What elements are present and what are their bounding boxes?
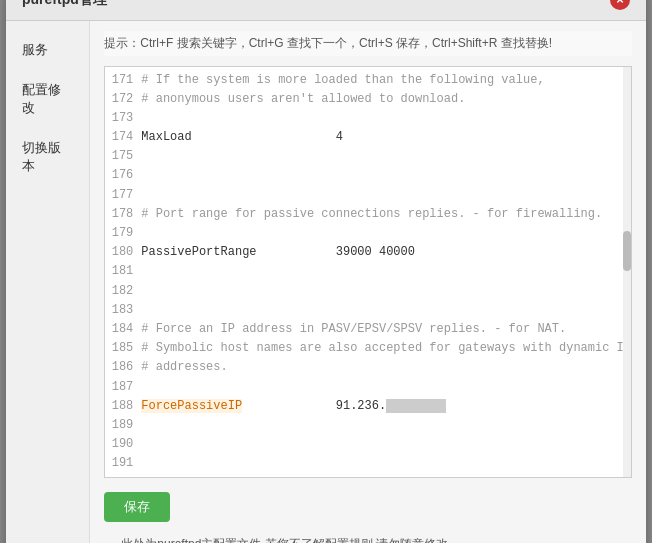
redacted-value [386,399,446,413]
line-content: # Symbolic host names are also accepted … [141,339,631,358]
comment-text: # If the system is more loaded than the … [141,73,544,87]
comment-text: # Port range for passive connections rep… [141,207,602,221]
line-number: 173 [105,109,141,128]
line-content: # addresses. [141,358,623,377]
line-content: PassivePortRange 39000 40000 [141,243,623,262]
line-content: # If the system is more loaded than the … [141,71,623,90]
config-value: 91.236. [242,399,386,413]
line-content: # Port range for passive connections rep… [141,205,623,224]
line-number: 184 [105,320,141,339]
line-content [141,186,623,205]
code-line: 171# If the system is more loaded than t… [105,71,623,90]
line-number: 187 [105,378,141,397]
line-number: 188 [105,397,141,416]
footer-note-text: 此处为pureftpd主配置文件,若您不了解配置规则,请勿随意修改。 [104,536,632,543]
line-number: 172 [105,90,141,109]
line-number: 185 [105,339,141,358]
line-content [141,416,623,435]
line-number: 178 [105,205,141,224]
code-line: 175 [105,147,623,166]
modal-body: 服务 配置修改 切换版本 提示：Ctrl+F 搜索关键字，Ctrl+G 查找下一… [6,21,646,543]
code-line: 173 [105,109,623,128]
code-line: 182 [105,282,623,301]
content-area: 提示：Ctrl+F 搜索关键字，Ctrl+G 查找下一个，Ctrl+S 保存，C… [90,21,646,543]
line-number: 191 [105,454,141,473]
line-number: 182 [105,282,141,301]
comment-text: # Force an IP address in PASV/EPSV/SPSV … [141,322,566,336]
line-number: 186 [105,358,141,377]
code-line: 189 [105,416,623,435]
line-content [141,301,623,320]
line-number: 171 [105,71,141,90]
comment-text: # Symbolic host names are also accepted … [141,341,631,355]
sidebar: 服务 配置修改 切换版本 [6,21,90,543]
line-content: # anonymous users aren't allowed to down… [141,90,623,109]
line-number: 189 [105,416,141,435]
code-line: 180PassivePortRange 39000 40000 [105,243,623,262]
line-number: 180 [105,243,141,262]
code-line: 177 [105,186,623,205]
line-content [141,166,623,185]
comment-text: # addresses. [141,360,227,374]
highlighted-key: ForcePassiveIP [141,399,242,413]
code-line: 176 [105,166,623,185]
sidebar-item-config[interactable]: 配置修改 [6,71,89,127]
footer-note: 此处为pureftpd主配置文件,若您不了解配置规则,请勿随意修改。 [104,536,632,543]
code-line: 174MaxLoad 4 [105,128,623,147]
line-content [141,378,623,397]
line-content [141,109,623,128]
line-number: 175 [105,147,141,166]
scrollbar-track[interactable] [623,67,631,478]
line-content [141,147,623,166]
code-line: 185# Symbolic host names are also accept… [105,339,623,358]
sidebar-item-service[interactable]: 服务 [6,31,89,69]
code-line: 178# Port range for passive connections … [105,205,623,224]
close-button[interactable]: × [610,0,630,10]
code-line: 191 [105,454,623,473]
code-line: 183 [105,301,623,320]
code-editor[interactable]: 171# If the system is more loaded than t… [104,66,632,479]
line-number: 190 [105,435,141,454]
code-line: 187 [105,378,623,397]
line-content [141,435,623,454]
comment-text: # anonymous users aren't allowed to down… [141,92,465,106]
line-content [141,282,623,301]
modal-container: pureftpd管理 × 服务 配置修改 切换版本 提示：Ctrl+F 搜索关键… [6,0,646,543]
modal-header: pureftpd管理 × [6,0,646,21]
line-content [141,262,623,281]
line-number: 174 [105,128,141,147]
line-content: MaxLoad 4 [141,128,623,147]
line-content: # Force an IP address in PASV/EPSV/SPSV … [141,320,623,339]
code-line: 172# anonymous users aren't allowed to d… [105,90,623,109]
line-content: ForcePassiveIP 91.236. [141,397,623,416]
line-content [141,454,623,473]
line-number: 177 [105,186,141,205]
hint-bar: 提示：Ctrl+F 搜索关键字，Ctrl+G 查找下一个，Ctrl+S 保存，C… [104,31,632,56]
modal-title: pureftpd管理 [22,0,107,9]
code-lines: 171# If the system is more loaded than t… [105,67,623,478]
save-button[interactable]: 保存 [104,492,170,522]
sidebar-item-version[interactable]: 切换版本 [6,129,89,185]
line-number: 183 [105,301,141,320]
scrollbar-thumb[interactable] [623,231,631,271]
line-number: 176 [105,166,141,185]
code-line: 181 [105,262,623,281]
code-line: 188ForcePassiveIP 91.236. [105,397,623,416]
code-line: 190 [105,435,623,454]
code-line: 186# addresses. [105,358,623,377]
line-number: 179 [105,224,141,243]
code-line: 184# Force an IP address in PASV/EPSV/SP… [105,320,623,339]
line-content [141,224,623,243]
line-number: 181 [105,262,141,281]
code-line: 179 [105,224,623,243]
